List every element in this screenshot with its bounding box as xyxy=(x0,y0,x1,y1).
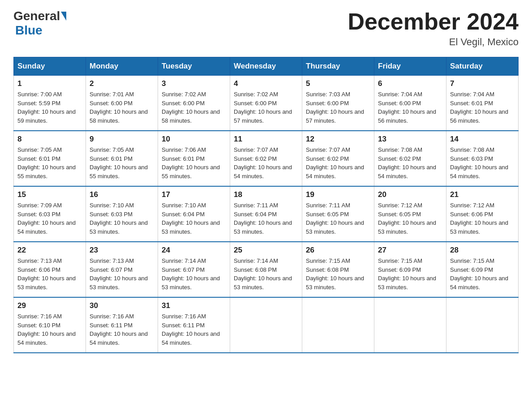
day-number: 10 xyxy=(162,135,226,144)
day-number: 21 xyxy=(450,190,515,199)
day-info: Sunrise: 7:02 AMSunset: 6:00 PMDaylight:… xyxy=(234,90,298,125)
calendar-cell: 15 Sunrise: 7:09 AMSunset: 6:03 PMDaylig… xyxy=(14,186,86,242)
day-number: 23 xyxy=(90,246,154,255)
day-number: 3 xyxy=(162,79,226,88)
week-row-2: 8 Sunrise: 7:05 AMSunset: 6:01 PMDayligh… xyxy=(14,131,519,186)
calendar-cell: 1 Sunrise: 7:00 AMSunset: 5:59 PMDayligh… xyxy=(14,76,86,131)
day-number: 11 xyxy=(234,135,298,144)
week-row-3: 15 Sunrise: 7:09 AMSunset: 6:03 PMDaylig… xyxy=(14,186,519,242)
day-number: 8 xyxy=(17,135,82,144)
calendar-cell: 24 Sunrise: 7:14 AMSunset: 6:07 PMDaylig… xyxy=(158,242,230,297)
calendar-cell: 31 Sunrise: 7:16 AMSunset: 6:11 PMDaylig… xyxy=(158,297,230,353)
day-info: Sunrise: 7:13 AMSunset: 6:06 PMDaylight:… xyxy=(17,257,82,291)
day-info: Sunrise: 7:12 AMSunset: 6:06 PMDaylight:… xyxy=(450,201,515,236)
calendar-cell: 7 Sunrise: 7:04 AMSunset: 6:01 PMDayligh… xyxy=(446,76,519,131)
day-number: 18 xyxy=(234,190,298,199)
calendar-cell: 28 Sunrise: 7:15 AMSunset: 6:09 PMDaylig… xyxy=(446,242,519,297)
day-number: 14 xyxy=(450,135,515,144)
day-number: 28 xyxy=(450,246,515,255)
day-number: 24 xyxy=(162,246,226,255)
column-header-sunday: Sunday xyxy=(14,57,86,76)
calendar-cell: 16 Sunrise: 7:10 AMSunset: 6:03 PMDaylig… xyxy=(86,186,158,242)
week-row-5: 29 Sunrise: 7:16 AMSunset: 6:10 PMDaylig… xyxy=(14,297,519,353)
day-number: 30 xyxy=(90,301,154,310)
day-info: Sunrise: 7:10 AMSunset: 6:04 PMDaylight:… xyxy=(162,201,226,236)
day-info: Sunrise: 7:11 AMSunset: 6:05 PMDaylight:… xyxy=(306,201,370,236)
day-info: Sunrise: 7:07 AMSunset: 6:02 PMDaylight:… xyxy=(234,146,298,180)
calendar-cell: 5 Sunrise: 7:03 AMSunset: 6:00 PMDayligh… xyxy=(302,76,374,131)
day-number: 16 xyxy=(90,190,154,199)
day-info: Sunrise: 7:02 AMSunset: 6:00 PMDaylight:… xyxy=(162,90,226,125)
day-info: Sunrise: 7:06 AMSunset: 6:01 PMDaylight:… xyxy=(162,146,226,180)
calendar-cell: 13 Sunrise: 7:08 AMSunset: 6:02 PMDaylig… xyxy=(374,131,446,186)
day-info: Sunrise: 7:01 AMSunset: 6:00 PMDaylight:… xyxy=(90,90,154,125)
column-header-tuesday: Tuesday xyxy=(158,57,230,76)
day-info: Sunrise: 7:11 AMSunset: 6:04 PMDaylight:… xyxy=(234,201,298,236)
day-number: 15 xyxy=(17,190,82,199)
calendar-cell: 2 Sunrise: 7:01 AMSunset: 6:00 PMDayligh… xyxy=(86,76,158,131)
calendar-cell: 30 Sunrise: 7:16 AMSunset: 6:11 PMDaylig… xyxy=(86,297,158,353)
logo-general-text: General xyxy=(13,9,60,23)
calendar-cell xyxy=(374,297,446,353)
day-number: 2 xyxy=(90,79,154,88)
day-number: 26 xyxy=(306,246,370,255)
calendar-cell: 29 Sunrise: 7:16 AMSunset: 6:10 PMDaylig… xyxy=(14,297,86,353)
day-info: Sunrise: 7:13 AMSunset: 6:07 PMDaylight:… xyxy=(90,257,154,291)
week-row-4: 22 Sunrise: 7:13 AMSunset: 6:06 PMDaylig… xyxy=(14,242,519,297)
day-number: 4 xyxy=(234,79,298,88)
day-info: Sunrise: 7:10 AMSunset: 6:03 PMDaylight:… xyxy=(90,201,154,236)
logo-blue-text: Blue xyxy=(15,23,43,37)
calendar-cell: 27 Sunrise: 7:15 AMSunset: 6:09 PMDaylig… xyxy=(374,242,446,297)
day-number: 5 xyxy=(306,79,370,88)
day-info: Sunrise: 7:09 AMSunset: 6:03 PMDaylight:… xyxy=(17,201,82,236)
calendar-cell: 8 Sunrise: 7:05 AMSunset: 6:01 PMDayligh… xyxy=(14,131,86,186)
day-info: Sunrise: 7:16 AMSunset: 6:11 PMDaylight:… xyxy=(90,312,154,347)
day-number: 17 xyxy=(162,190,226,199)
calendar-cell: 10 Sunrise: 7:06 AMSunset: 6:01 PMDaylig… xyxy=(158,131,230,186)
day-number: 29 xyxy=(17,301,82,310)
day-info: Sunrise: 7:16 AMSunset: 6:10 PMDaylight:… xyxy=(17,312,82,347)
day-info: Sunrise: 7:07 AMSunset: 6:02 PMDaylight:… xyxy=(306,146,370,180)
calendar-cell: 22 Sunrise: 7:13 AMSunset: 6:06 PMDaylig… xyxy=(14,242,86,297)
column-header-monday: Monday xyxy=(86,57,158,76)
page-header: General Blue December 2024 El Vegil, Mex… xyxy=(13,9,519,48)
calendar-cell xyxy=(230,297,302,353)
column-header-saturday: Saturday xyxy=(446,57,519,76)
calendar-table: SundayMondayTuesdayWednesdayThursdayFrid… xyxy=(13,57,519,353)
calendar-cell: 21 Sunrise: 7:12 AMSunset: 6:06 PMDaylig… xyxy=(446,186,519,242)
logo: General Blue xyxy=(13,9,67,38)
calendar-cell: 14 Sunrise: 7:08 AMSunset: 6:03 PMDaylig… xyxy=(446,131,519,186)
calendar-cell: 9 Sunrise: 7:05 AMSunset: 6:01 PMDayligh… xyxy=(86,131,158,186)
calendar-cell: 3 Sunrise: 7:02 AMSunset: 6:00 PMDayligh… xyxy=(158,76,230,131)
day-info: Sunrise: 7:04 AMSunset: 6:00 PMDaylight:… xyxy=(378,90,442,125)
title-area: December 2024 El Vegil, Mexico xyxy=(348,9,519,48)
day-number: 9 xyxy=(90,135,154,144)
day-info: Sunrise: 7:04 AMSunset: 6:01 PMDaylight:… xyxy=(450,90,515,125)
calendar-cell: 17 Sunrise: 7:10 AMSunset: 6:04 PMDaylig… xyxy=(158,186,230,242)
day-number: 25 xyxy=(234,246,298,255)
day-info: Sunrise: 7:14 AMSunset: 6:08 PMDaylight:… xyxy=(234,257,298,291)
calendar-cell xyxy=(302,297,374,353)
column-header-thursday: Thursday xyxy=(302,57,374,76)
day-info: Sunrise: 7:03 AMSunset: 6:00 PMDaylight:… xyxy=(306,90,370,125)
day-info: Sunrise: 7:05 AMSunset: 6:01 PMDaylight:… xyxy=(17,146,82,180)
day-number: 13 xyxy=(378,135,442,144)
calendar-cell: 4 Sunrise: 7:02 AMSunset: 6:00 PMDayligh… xyxy=(230,76,302,131)
calendar-header-row: SundayMondayTuesdayWednesdayThursdayFrid… xyxy=(14,57,519,76)
day-info: Sunrise: 7:08 AMSunset: 6:03 PMDaylight:… xyxy=(450,146,515,180)
calendar-cell: 18 Sunrise: 7:11 AMSunset: 6:04 PMDaylig… xyxy=(230,186,302,242)
day-info: Sunrise: 7:15 AMSunset: 6:09 PMDaylight:… xyxy=(450,257,515,291)
day-number: 31 xyxy=(162,301,226,310)
day-info: Sunrise: 7:12 AMSunset: 6:05 PMDaylight:… xyxy=(378,201,442,236)
calendar-cell: 6 Sunrise: 7:04 AMSunset: 6:00 PMDayligh… xyxy=(374,76,446,131)
calendar-cell xyxy=(446,297,519,353)
day-number: 20 xyxy=(378,190,442,199)
calendar-cell: 12 Sunrise: 7:07 AMSunset: 6:02 PMDaylig… xyxy=(302,131,374,186)
day-number: 22 xyxy=(17,246,82,255)
day-number: 19 xyxy=(306,190,370,199)
day-number: 1 xyxy=(17,79,82,88)
day-number: 6 xyxy=(378,79,442,88)
day-info: Sunrise: 7:05 AMSunset: 6:01 PMDaylight:… xyxy=(90,146,154,180)
location-text: El Vegil, Mexico xyxy=(348,36,519,48)
day-info: Sunrise: 7:08 AMSunset: 6:02 PMDaylight:… xyxy=(378,146,442,180)
